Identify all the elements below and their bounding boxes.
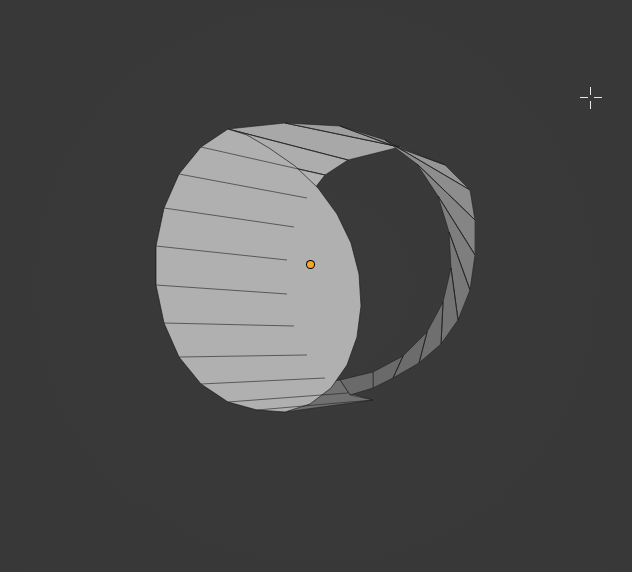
svg-marker-22 [257,380,373,412]
svg-line-35 [340,126,445,165]
svg-marker-19 [393,332,427,378]
svg-marker-20 [373,356,403,388]
svg-line-31 [201,378,325,384]
svg-marker-12 [340,126,470,190]
svg-line-39 [449,232,470,290]
svg-line-29 [164,323,294,326]
svg-marker-7 [164,323,307,357]
svg-line-30 [179,355,307,357]
svg-line-40 [451,268,458,320]
object-origin [307,261,314,268]
svg-marker-8 [179,355,325,384]
svg-line-43 [393,356,403,378]
mesh-cylinder [135,120,475,430]
cylinder-cap-near [156,129,361,412]
cap-face [156,129,361,412]
svg-line-28 [156,285,287,294]
svg-line-33 [257,400,373,410]
cursor-3d [580,87,602,109]
svg-line-23 [228,129,348,160]
svg-marker-18 [419,302,443,363]
svg-marker-14 [417,164,475,255]
svg-line-42 [419,332,427,363]
svg-line-34 [285,123,400,147]
svg-line-37 [417,164,475,220]
svg-marker-3 [164,174,307,227]
svg-line-24 [201,147,325,175]
svg-line-27 [156,246,287,260]
svg-line-25 [179,174,307,198]
svg-marker-9 [201,378,348,402]
cylinder-wires [156,123,475,410]
svg-marker-4 [156,208,294,260]
svg-marker-17 [441,268,458,344]
svg-marker-11 [285,123,445,165]
svg-marker-10 [228,393,373,410]
svg-line-36 [385,140,470,190]
svg-marker-6 [156,285,294,326]
svg-marker-16 [449,232,470,320]
svg-line-38 [438,196,475,255]
svg-marker-13 [385,140,475,220]
svg-marker-2 [179,147,325,198]
svg-marker-0 [228,123,400,160]
svg-marker-21 [340,372,373,395]
svg-line-32 [228,393,348,402]
svg-marker-1 [201,129,348,175]
cylinder-sides [156,123,475,412]
svg-line-26 [164,208,294,227]
svg-marker-15 [438,196,475,290]
svg-marker-5 [156,246,287,294]
svg-line-41 [441,302,443,344]
viewport-3d[interactable] [0,0,632,572]
